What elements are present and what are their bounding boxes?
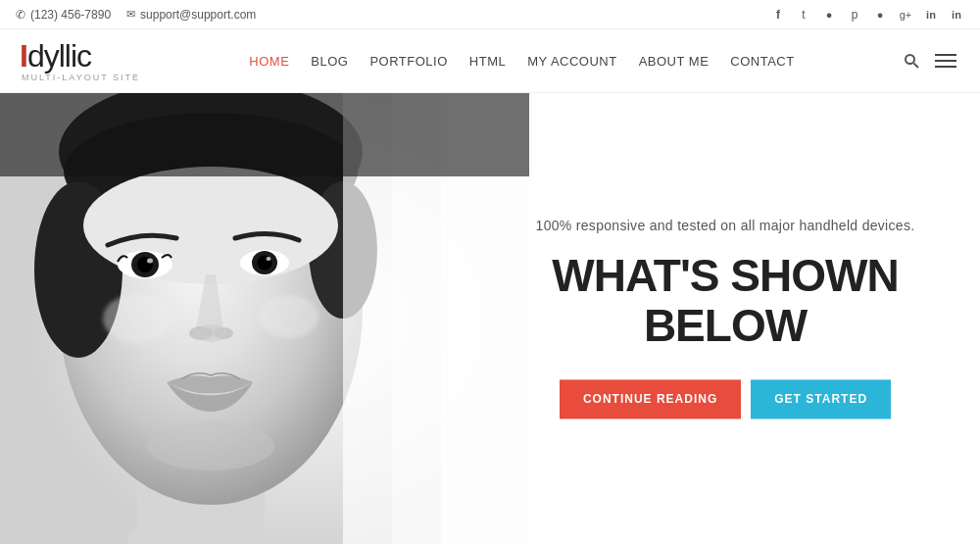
svg-point-0 — [906, 55, 914, 64]
social-links: f t ● p ● g+ in in — [770, 7, 964, 23]
google-plus-icon[interactable]: g+ — [898, 7, 913, 23]
nav-link-about[interactable]: ABOUT ME — [639, 54, 710, 69]
svg-point-22 — [147, 421, 274, 470]
nav-link-home[interactable]: HOME — [249, 54, 289, 69]
search-icon — [904, 53, 919, 69]
nav-item-home[interactable]: HOME — [249, 54, 289, 69]
nav-item-portfolio[interactable]: PORTFOLIO — [369, 54, 447, 69]
email-icon: ✉ — [126, 8, 135, 21]
linkedin-icon[interactable]: in — [923, 7, 939, 23]
search-button[interactable] — [904, 53, 919, 69]
phone-info: ✆ (123) 456-7890 — [16, 8, 111, 22]
instagram-icon[interactable]: ● — [872, 7, 888, 23]
logo: Idyllic Multi-Layout Site — [20, 40, 140, 82]
pinterest-icon[interactable]: p — [847, 7, 862, 23]
nav-actions — [904, 50, 960, 72]
get-started-button[interactable]: GET STARTED — [751, 380, 891, 420]
email-info: ✉ support@support.com — [126, 8, 256, 22]
twitter-icon[interactable]: t — [796, 7, 811, 23]
hero-subtitle: 100% responsive and tested on all major … — [529, 218, 921, 233]
email-address: support@support.com — [140, 8, 256, 22]
svg-point-18 — [267, 257, 271, 261]
svg-point-23 — [103, 294, 172, 343]
hero-content: 100% responsive and tested on all major … — [529, 218, 921, 419]
nav-item-html[interactable]: HTML — [469, 54, 506, 69]
linkedin2-icon[interactable]: in — [949, 7, 964, 23]
top-bar: ✆ (123) 456-7890 ✉ support@support.com f… — [0, 0, 980, 29]
nav-item-about[interactable]: ABOUT ME — [639, 54, 710, 69]
hamburger-line-2 — [935, 60, 956, 62]
hero-section: 100% responsive and tested on all major … — [0, 93, 980, 544]
nav-link-portfolio[interactable]: PORTFOLIO — [369, 54, 447, 69]
behance-icon[interactable]: ● — [821, 7, 837, 23]
hamburger-line-3 — [935, 66, 956, 68]
facebook-icon[interactable]: f — [770, 7, 786, 23]
menu-button[interactable] — [931, 50, 960, 72]
hero-buttons: CONTINUE READING GET STARTED — [529, 380, 921, 420]
hero-face-image — [0, 93, 529, 544]
hamburger-line-1 — [935, 54, 956, 56]
nav-item-blog[interactable]: BLOG — [311, 54, 348, 69]
navbar: Idyllic Multi-Layout Site HOME BLOG PORT… — [0, 29, 980, 93]
nav-links: HOME BLOG PORTFOLIO HTML MY ACCOUNT ABOU… — [249, 54, 794, 69]
logo-tagline: Multi-Layout Site — [22, 74, 140, 82]
nav-link-blog[interactable]: BLOG — [311, 54, 348, 69]
logo-text: Idyllic — [20, 40, 140, 72]
svg-rect-28 — [0, 93, 529, 176]
hero-title: WHAT'S SHOWN BELOW — [529, 251, 921, 350]
svg-point-14 — [147, 259, 153, 264]
nav-link-account[interactable]: MY ACCOUNT — [527, 54, 616, 69]
svg-point-21 — [196, 324, 227, 342]
svg-line-1 — [914, 64, 919, 69]
logo-regular: dyllic — [27, 38, 91, 74]
continue-reading-button[interactable]: CONTINUE READING — [560, 380, 741, 420]
nav-link-html[interactable]: HTML — [469, 54, 506, 69]
phone-number: (123) 456-7890 — [30, 8, 111, 22]
nav-item-account[interactable]: MY ACCOUNT — [527, 54, 616, 69]
svg-point-24 — [260, 295, 318, 338]
nav-link-contact[interactable]: CONTACT — [730, 54, 794, 69]
top-bar-left: ✆ (123) 456-7890 ✉ support@support.com — [16, 8, 256, 22]
phone-icon: ✆ — [16, 8, 25, 22]
logo-bold: I — [20, 38, 27, 74]
nav-item-contact[interactable]: CONTACT — [730, 54, 794, 69]
